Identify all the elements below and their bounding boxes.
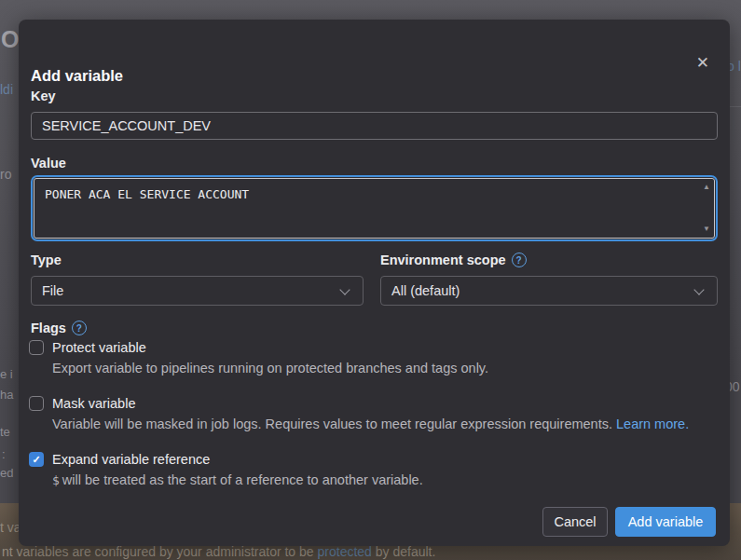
- bg-banner-text-suffix: by default.: [372, 544, 436, 559]
- expand-variable-description-text: will be treated as the start of a refere…: [62, 472, 423, 487]
- bg-text-fragment: e i: [0, 367, 13, 381]
- bg-text-fragment: ed: [0, 466, 13, 480]
- value-text: PONER ACA EL SERVICE ACCOUNT: [45, 187, 693, 201]
- add-variable-modal: Add variable ✕ Key Value PONER ACA EL SE…: [19, 20, 730, 546]
- value-textarea-inner[interactable]: PONER ACA EL SERVICE ACCOUNT ▲ ▼: [34, 178, 715, 239]
- add-variable-button[interactable]: Add variable: [615, 507, 716, 537]
- value-label: Value: [31, 156, 66, 171]
- chevron-down-icon: [693, 284, 704, 294]
- type-label: Type: [31, 253, 62, 267]
- help-icon[interactable]: ?: [512, 253, 527, 267]
- bg-heading-fragment: O: [1, 26, 19, 53]
- type-select[interactable]: File: [31, 276, 364, 306]
- dollar-sign-code: $: [52, 473, 60, 487]
- modal-title: Add variable: [31, 67, 123, 85]
- bg-text-fragment: ha: [0, 388, 13, 402]
- environment-scope-label-text: Environment scope: [380, 253, 506, 267]
- expand-variable-row: ✓ Expand variable reference: [29, 452, 210, 467]
- bg-protected-link[interactable]: protected: [318, 544, 372, 559]
- mask-variable-description: Variable will be masked in job logs. Req…: [52, 417, 689, 431]
- protect-variable-checkbox[interactable]: [29, 340, 44, 355]
- flags-label-text: Flags: [31, 321, 66, 335]
- type-selected-value: File: [42, 283, 63, 298]
- mask-variable-description-text: Variable will be masked in job logs. Req…: [52, 417, 616, 431]
- key-label: Key: [31, 89, 56, 103]
- expand-variable-label[interactable]: Expand variable reference: [52, 452, 210, 467]
- environment-scope-select[interactable]: All (default): [380, 276, 718, 306]
- help-icon[interactable]: ?: [72, 321, 87, 335]
- protect-variable-label[interactable]: Protect variable: [52, 340, 146, 355]
- bg-link-fragment: ldi: [0, 82, 13, 97]
- bg-text-fragment: :: [2, 447, 6, 461]
- expand-variable-description: $will be treated as the start of a refer…: [52, 472, 423, 487]
- key-input[interactable]: [31, 112, 718, 140]
- mask-variable-checkbox[interactable]: [29, 396, 44, 411]
- mask-variable-row: Mask variable: [29, 396, 135, 411]
- mask-variable-label[interactable]: Mask variable: [52, 396, 135, 411]
- scroll-down-icon[interactable]: ▼: [703, 225, 710, 233]
- bg-banner-text-prefix: nt variables are configured by your admi…: [2, 544, 318, 559]
- bg-banner-text: nt variables are configured by your admi…: [2, 544, 435, 559]
- environment-scope-selected-value: All (default): [391, 283, 460, 298]
- environment-scope-label: Environment scope ?: [380, 253, 527, 267]
- protect-variable-description: Export variable to pipelines running on …: [52, 361, 488, 376]
- close-icon[interactable]: ✕: [694, 53, 711, 73]
- flags-label: Flags ?: [31, 321, 87, 335]
- bg-text-fragment: te: [0, 425, 10, 439]
- cancel-button[interactable]: Cancel: [542, 507, 608, 537]
- bg-text-fragment: ro: [0, 167, 11, 182]
- value-textarea[interactable]: PONER ACA EL SERVICE ACCOUNT ▲ ▼: [31, 175, 718, 241]
- bg-divider: [730, 106, 741, 107]
- learn-more-link[interactable]: Learn more.: [616, 417, 689, 431]
- chevron-down-icon: [339, 284, 350, 294]
- scroll-up-icon[interactable]: ▲: [703, 184, 710, 191]
- expand-variable-checkbox[interactable]: ✓: [29, 452, 44, 467]
- protect-variable-row: Protect variable: [29, 340, 146, 355]
